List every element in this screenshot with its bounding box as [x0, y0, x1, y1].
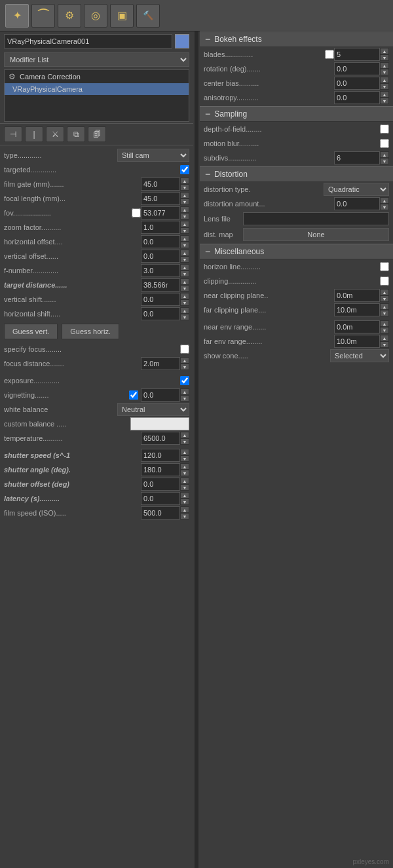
target-dist-down[interactable]: ▼: [180, 285, 189, 292]
rotation-up[interactable]: ▲: [380, 62, 389, 69]
film-speed-up[interactable]: ▲: [180, 506, 189, 513]
vert-shift-up[interactable]: ▲: [180, 293, 189, 299]
focus-dist-spinner[interactable]: ▲ ▼: [180, 357, 189, 370]
vignetting-down[interactable]: ▼: [180, 395, 189, 402]
shutter-offset-down[interactable]: ▼: [180, 484, 189, 491]
film-speed-input[interactable]: [141, 506, 180, 519]
sampling-header[interactable]: − Sampling: [200, 106, 393, 122]
focal-length-spinner[interactable]: ▲ ▼: [180, 192, 189, 205]
blades-input[interactable]: [334, 48, 380, 61]
modifier-item-camera-correction[interactable]: ⚙ Camera Correction: [5, 70, 189, 83]
near-env-input[interactable]: [334, 320, 380, 333]
film-speed-spinner[interactable]: ▲ ▼: [180, 506, 189, 519]
vignetting-up[interactable]: ▲: [180, 388, 189, 395]
target-dist-input[interactable]: [141, 278, 180, 292]
far-clip-down[interactable]: ▼: [380, 310, 389, 316]
horizon-checkbox[interactable]: [380, 262, 389, 271]
horiz-shift-input[interactable]: [141, 307, 180, 320]
dist-map-button[interactable]: None: [243, 228, 389, 241]
vert-offset-spinner[interactable]: ▲ ▼: [180, 250, 189, 263]
far-env-input[interactable]: [334, 335, 380, 348]
shutter-offset-up[interactable]: ▲: [180, 478, 189, 484]
near-env-spinner[interactable]: ▲ ▼: [380, 320, 389, 333]
far-env-down[interactable]: ▼: [380, 341, 389, 348]
film-speed-down[interactable]: ▼: [180, 513, 189, 519]
show-cone-dropdown[interactable]: Selected: [330, 349, 389, 362]
vignetting-input[interactable]: [141, 388, 180, 402]
film-gate-spinner[interactable]: ▲ ▼: [180, 178, 189, 191]
targeted-checkbox[interactable]: [180, 165, 189, 174]
subdivs-down[interactable]: ▼: [380, 158, 389, 164]
temperature-spinner[interactable]: ▲ ▼: [180, 432, 189, 445]
film-gate-down[interactable]: ▼: [180, 184, 189, 191]
motion-blur-checkbox[interactable]: [380, 139, 389, 148]
anisotropy-down[interactable]: ▼: [380, 98, 389, 104]
fnumber-input[interactable]: [141, 264, 180, 277]
center-bias-input[interactable]: [334, 77, 380, 90]
blades-spinner[interactable]: ▲ ▼: [380, 48, 389, 61]
latency-up[interactable]: ▲: [180, 492, 189, 499]
horiz-shift-spinner[interactable]: ▲ ▼: [180, 307, 189, 320]
lens-file-input[interactable]: [243, 212, 389, 225]
zoom-spinner[interactable]: ▲ ▼: [180, 221, 189, 234]
anisotropy-input[interactable]: [334, 91, 380, 104]
dist-type-dropdown[interactable]: Quadratic: [324, 183, 389, 196]
latency-spinner[interactable]: ▲ ▼: [180, 492, 189, 505]
shutter-angle-down[interactable]: ▼: [180, 470, 189, 476]
specify-focus-checkbox[interactable]: [180, 345, 189, 354]
near-clip-spinner[interactable]: ▲ ▼: [380, 289, 389, 302]
shutter-angle-up[interactable]: ▲: [180, 463, 189, 470]
anisotropy-up[interactable]: ▲: [380, 91, 389, 98]
exposure-checkbox[interactable]: [180, 376, 189, 385]
center-bias-up[interactable]: ▲: [380, 77, 389, 83]
shutter-offset-spinner[interactable]: ▲ ▼: [180, 478, 189, 491]
latency-down[interactable]: ▼: [180, 499, 189, 505]
horiz-offset-spinner[interactable]: ▲ ▼: [180, 235, 189, 248]
focal-length-up[interactable]: ▲: [180, 192, 189, 198]
shutter-angle-input[interactable]: [141, 463, 180, 476]
guess-horiz-button[interactable]: Guess horiz.: [62, 324, 119, 339]
modifier-item-vray-camera[interactable]: VRayPhysicalCamera: [5, 83, 189, 95]
zoom-up[interactable]: ▲: [180, 221, 189, 227]
shutter-speed-down[interactable]: ▼: [180, 455, 189, 462]
fov-up[interactable]: ▲: [180, 206, 189, 213]
fnumber-down[interactable]: ▼: [180, 271, 189, 277]
dist-amount-up[interactable]: ▲: [380, 197, 389, 204]
target-dist-up[interactable]: ▲: [180, 278, 189, 285]
fov-down[interactable]: ▼: [180, 213, 189, 219]
far-env-spinner[interactable]: ▲ ▼: [380, 335, 389, 348]
center-bias-spinner[interactable]: ▲ ▼: [380, 77, 389, 90]
custom-balance-input[interactable]: [130, 417, 189, 430]
shutter-offset-input[interactable]: [141, 478, 180, 491]
clipping-checkbox[interactable]: [380, 276, 389, 286]
near-env-down[interactable]: ▼: [380, 327, 389, 333]
shutter-speed-up[interactable]: ▲: [180, 449, 189, 455]
zoom-input[interactable]: [141, 221, 180, 234]
modifier-list-select[interactable]: Modifier List: [4, 52, 189, 67]
misc-header[interactable]: − Miscellaneous: [200, 244, 393, 259]
remove-modifier-btn[interactable]: |: [25, 126, 43, 142]
fnumber-up[interactable]: ▲: [180, 264, 189, 271]
focus-dist-down[interactable]: ▼: [180, 364, 189, 370]
fnumber-spinner[interactable]: ▲ ▼: [180, 264, 189, 277]
distortion-header[interactable]: − Distortion: [200, 166, 393, 182]
curve-icon-btn[interactable]: ⌒: [31, 4, 55, 28]
type-dropdown[interactable]: Still cam: [117, 149, 189, 162]
copy-btn[interactable]: ⧉: [67, 126, 85, 142]
zoom-down[interactable]: ▼: [180, 227, 189, 234]
horiz-offset-up[interactable]: ▲: [180, 235, 189, 242]
latency-input[interactable]: [141, 492, 180, 505]
near-clip-down[interactable]: ▼: [380, 295, 389, 302]
configure-btn[interactable]: ⚔: [46, 126, 64, 142]
horiz-offset-input[interactable]: [141, 235, 180, 248]
target-dist-spinner[interactable]: ▲ ▼: [180, 278, 189, 292]
pin-stack-btn[interactable]: ⊣: [4, 126, 22, 142]
blades-down[interactable]: ▼: [380, 54, 389, 61]
vignetting-checkbox[interactable]: [129, 390, 138, 400]
near-env-up[interactable]: ▲: [380, 320, 389, 327]
vignetting-spinner[interactable]: ▲ ▼: [180, 388, 189, 402]
subdivs-input[interactable]: [334, 151, 380, 164]
paste-btn[interactable]: 🗐: [88, 126, 106, 142]
color-swatch[interactable]: [175, 34, 189, 48]
square-icon-btn[interactable]: ▣: [110, 4, 134, 28]
